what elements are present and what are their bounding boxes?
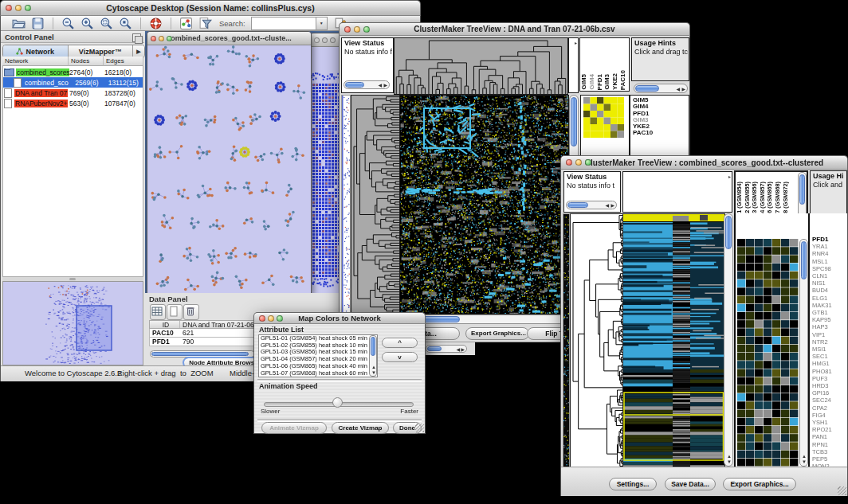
- scroll-down-icon[interactable]: ▼: [371, 370, 376, 375]
- minimize-button[interactable]: [575, 159, 582, 166]
- gene-label[interactable]: KAP95: [812, 316, 847, 323]
- minimize-button[interactable]: [15, 5, 22, 11]
- gene-label[interactable]: SPC98: [812, 265, 847, 272]
- zoom-out-icon[interactable]: [61, 17, 75, 30]
- gene-label[interactable]: GPI16: [812, 389, 847, 397]
- zoom-in-icon[interactable]: [80, 17, 94, 30]
- delete-attribute-button[interactable]: [183, 304, 199, 320]
- filter-icon[interactable]: [198, 17, 212, 30]
- view-status-scrollbar[interactable]: ◀ ▶: [344, 80, 390, 89]
- gene-label[interactable]: SEC24: [812, 397, 847, 404]
- row-dendrogram[interactable]: [570, 213, 624, 468]
- settings-button[interactable]: Settings...: [609, 478, 657, 490]
- network-row[interactable]: combined_scores 2764(0) 16218(0): [3, 67, 143, 77]
- gene-label[interactable]: RPN1: [812, 441, 847, 448]
- row-dendrogram[interactable]: [351, 95, 400, 315]
- gene-label[interactable]: CPA2: [812, 404, 847, 412]
- gene-label[interactable]: RNR4: [812, 250, 847, 257]
- column-nodes[interactable]: Nodes: [69, 57, 104, 66]
- network-row[interactable]: DNA and Tran 07 769(0) 183728(0): [3, 88, 143, 98]
- resize-grip[interactable]: [415, 424, 424, 432]
- gene-label[interactable]: PEP5: [812, 455, 847, 463]
- tab-vizmapper[interactable]: VizMapper™: [69, 45, 134, 57]
- gene-label[interactable]: FIG4: [812, 412, 847, 419]
- scroll-left-icon[interactable]: ◀: [605, 203, 609, 208]
- scroll-up-icon[interactable]: ▲: [727, 454, 732, 459]
- mini-scrollbar[interactable]: ◀ ▶: [426, 345, 467, 353]
- open-session-icon[interactable]: [12, 17, 26, 30]
- export-graphics-button[interactable]: Export Graphics...: [723, 478, 796, 490]
- vizmapper-icon[interactable]: [179, 17, 193, 30]
- column-network[interactable]: Network: [2, 57, 69, 66]
- gene-label[interactable]: HAP3: [812, 323, 847, 330]
- zoom-button[interactable]: [167, 36, 172, 41]
- zoom-selected-icon[interactable]: [119, 17, 132, 30]
- move-down-button[interactable]: v: [382, 352, 418, 362]
- scroll-up-icon[interactable]: ▲: [802, 454, 807, 459]
- gene-label[interactable]: HMG1: [812, 360, 847, 367]
- help-lifering-icon[interactable]: [149, 17, 163, 30]
- save-session-icon[interactable]: [31, 17, 45, 30]
- tab-overflow-icon[interactable]: ▶: [133, 45, 144, 57]
- create-vizmap-button[interactable]: Create Vizmap: [332, 422, 389, 434]
- gene-label[interactable]: NIS1: [812, 279, 847, 287]
- close-button[interactable]: [259, 315, 265, 322]
- zoom-button[interactable]: [330, 37, 336, 43]
- zoom-button[interactable]: [25, 5, 31, 11]
- global-view-strip[interactable]: [341, 95, 351, 315]
- tab-network[interactable]: Network: [3, 45, 69, 57]
- gene-label[interactable]: MAK31: [812, 302, 847, 309]
- minimize-button[interactable]: [354, 26, 360, 33]
- heatmap-canvas[interactable]: [622, 213, 725, 468]
- new-attribute-button[interactable]: [167, 304, 183, 320]
- gene-label[interactable]: PUF3: [812, 375, 847, 382]
- scroll-up-icon[interactable]: ▲: [371, 365, 376, 369]
- column-edges[interactable]: Edges: [104, 57, 143, 66]
- treeview2-titlebar[interactable]: ClusterMaker TreeView : combined_scores_…: [560, 155, 848, 170]
- scroll-down-icon[interactable]: ▼: [802, 459, 807, 464]
- network-row-selected[interactable]: combined_sco 2569(6) 13112(15): [3, 77, 143, 88]
- scroll-right-icon[interactable]: ▶: [681, 87, 685, 92]
- scroll-right-icon[interactable]: ▶: [461, 347, 465, 352]
- zoom-vscrollbar[interactable]: ▲ ▼: [799, 239, 808, 467]
- column-id[interactable]: ID: [150, 321, 180, 328]
- treeview1-titlebar[interactable]: ClusterMaker TreeView : DNA and Tran 07-…: [339, 22, 690, 36]
- search-dropdown-icon[interactable]: ▼: [316, 17, 328, 30]
- scroll-left-icon[interactable]: ◀: [456, 347, 460, 352]
- gene-label[interactable]: NTR2: [812, 338, 847, 346]
- gene-label[interactable]: PHO81: [812, 368, 847, 375]
- attribute-item[interactable]: GPL51-07 (GSM868) heat shock 60 min: [259, 370, 369, 377]
- close-button[interactable]: [151, 36, 156, 41]
- global-view-strip[interactable]: [563, 213, 570, 468]
- scroll-left-icon[interactable]: ◀: [676, 87, 680, 92]
- gene-label[interactable]: PAC10: [633, 130, 689, 136]
- network-canvas[interactable]: [147, 45, 309, 292]
- save-data-button[interactable]: Save Data...: [665, 478, 716, 490]
- float-panel-icon[interactable]: [132, 33, 141, 42]
- animate-vizmap-button[interactable]: Animate Vizmap: [261, 422, 327, 434]
- main-titlebar[interactable]: Cytoscape Desktop (Session Name: collins…: [0, 0, 421, 16]
- similarity-matrix-canvas[interactable]: [583, 97, 624, 138]
- gene-label[interactable]: BUD4: [812, 287, 847, 294]
- network-view-titlebar[interactable]: combined_scores_good.txt--cluste...: [147, 32, 311, 45]
- select-attributes-button[interactable]: [150, 304, 166, 320]
- slider-thumb[interactable]: [332, 397, 343, 408]
- gene-label[interactable]: SEC1: [812, 353, 847, 360]
- export-graphics-button[interactable]: Export Graphics...: [465, 327, 529, 340]
- minimize-button[interactable]: [322, 37, 328, 43]
- column-label[interactable]: PAC10: [620, 70, 628, 90]
- gene-label[interactable]: ELG1: [812, 295, 847, 302]
- move-up-button[interactable]: ^: [382, 338, 418, 348]
- heatmap-canvas[interactable]: [399, 95, 569, 315]
- minimize-button[interactable]: [159, 36, 164, 41]
- gene-label[interactable]: YRA1: [812, 243, 847, 250]
- gene-label[interactable]: PFD1: [812, 236, 847, 243]
- gene-label[interactable]: PAN1: [812, 433, 847, 440]
- scroll-right-icon[interactable]: ▶: [383, 83, 387, 88]
- gene-label[interactable]: TCB3: [812, 448, 847, 455]
- expand-icon[interactable]: ▸: [728, 174, 731, 179]
- dialog-titlebar[interactable]: Map Colors to Network: [253, 312, 426, 324]
- gene-label[interactable]: RPO21: [812, 426, 847, 433]
- close-button[interactable]: [314, 37, 320, 43]
- zoom-button[interactable]: [277, 315, 283, 322]
